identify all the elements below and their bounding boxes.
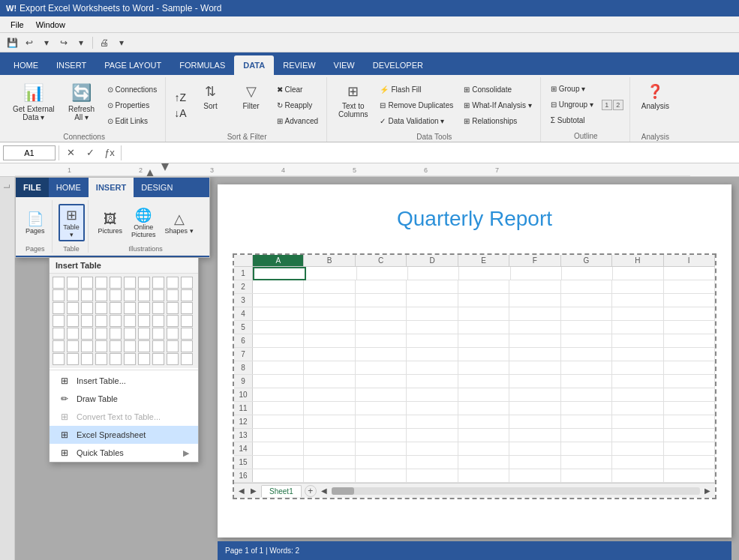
grid-cell-4-10[interactable] bbox=[181, 315, 193, 327]
col-header-d[interactable]: D bbox=[407, 255, 458, 266]
cell-b5[interactable] bbox=[304, 321, 355, 334]
cell-a3[interactable] bbox=[253, 294, 304, 307]
cell-a15[interactable] bbox=[253, 456, 304, 469]
col-header-g[interactable]: G bbox=[561, 255, 612, 266]
cell-g12[interactable] bbox=[561, 415, 612, 429]
grid-cell-6-7[interactable] bbox=[138, 340, 150, 352]
grid-cell-5-5[interactable] bbox=[110, 328, 122, 340]
cell-d6[interactable] bbox=[407, 334, 458, 348]
cell-c14[interactable] bbox=[356, 442, 407, 456]
grid-cell-7-3[interactable] bbox=[81, 353, 93, 365]
cell-a12[interactable] bbox=[253, 415, 304, 429]
cell-a8[interactable] bbox=[253, 361, 304, 375]
data-validation-button[interactable]: ✓ Data Validation ▾ bbox=[376, 113, 457, 128]
col-header-f[interactable]: F bbox=[509, 255, 560, 266]
outline-level-1[interactable]: 1 bbox=[602, 100, 612, 110]
cell-c3[interactable] bbox=[356, 294, 407, 307]
cell-c15[interactable] bbox=[356, 456, 407, 469]
grid-cell-4-7[interactable] bbox=[138, 315, 150, 327]
cell-b3[interactable] bbox=[304, 294, 355, 307]
cell-e7[interactable] bbox=[458, 348, 509, 361]
remove-duplicates-button[interactable]: ⊟ Remove Duplicates bbox=[376, 97, 457, 112]
cell-i13[interactable] bbox=[664, 429, 715, 442]
cell-f14[interactable] bbox=[509, 442, 560, 456]
cell-g9[interactable] bbox=[561, 375, 612, 388]
undo-dropdown-button[interactable]: ▾ bbox=[39, 35, 54, 50]
cell-e13[interactable] bbox=[458, 429, 509, 442]
cell-i7[interactable] bbox=[664, 348, 715, 361]
grid-cell-2-7[interactable] bbox=[138, 289, 150, 301]
cell-d7[interactable] bbox=[407, 348, 458, 361]
cell-a1[interactable] bbox=[253, 267, 306, 280]
tab-data[interactable]: DATA bbox=[234, 55, 274, 75]
cell-e11[interactable] bbox=[458, 402, 509, 415]
cell-f7[interactable] bbox=[509, 348, 560, 361]
quick-tables-item[interactable]: ⊞ Quick Tables ▶ bbox=[50, 444, 198, 462]
grid-cell-1-8[interactable] bbox=[152, 277, 164, 289]
grid-cell-2-3[interactable] bbox=[81, 289, 93, 301]
cell-a9[interactable] bbox=[253, 375, 304, 388]
sheet-nav-right[interactable]: ▶ bbox=[249, 487, 258, 495]
cell-g3[interactable] bbox=[561, 294, 612, 307]
cell-d14[interactable] bbox=[407, 442, 458, 456]
grid-cell-7-4[interactable] bbox=[95, 353, 107, 365]
col-header-h[interactable]: H bbox=[612, 255, 663, 266]
grid-cell-1-7[interactable] bbox=[138, 277, 150, 289]
cell-e8[interactable] bbox=[458, 361, 509, 375]
refresh-all-button[interactable]: 🔄 RefreshAll ▾ bbox=[63, 80, 101, 130]
grid-cell-4-1[interactable] bbox=[53, 315, 65, 327]
sort-button[interactable]: ⇅ Sort bbox=[192, 80, 230, 130]
grid-cell-1-5[interactable] bbox=[110, 277, 122, 289]
cell-f16[interactable] bbox=[509, 469, 560, 483]
grid-cell-2-8[interactable] bbox=[152, 289, 164, 301]
relationships-button[interactable]: ⊞ Relationships bbox=[460, 113, 535, 128]
cell-b8[interactable] bbox=[304, 361, 355, 375]
cell-e5[interactable] bbox=[458, 321, 509, 334]
cell-h8[interactable] bbox=[612, 361, 663, 375]
cell-b10[interactable] bbox=[304, 388, 355, 402]
cell-e1[interactable] bbox=[459, 267, 510, 280]
flash-fill-button[interactable]: ⚡ Flash Fill bbox=[376, 82, 457, 97]
cell-a7[interactable] bbox=[253, 348, 304, 361]
word-tab-insert[interactable]: INSERT bbox=[89, 178, 134, 197]
cell-f10[interactable] bbox=[509, 388, 560, 402]
cell-e12[interactable] bbox=[458, 415, 509, 429]
cell-h1[interactable] bbox=[613, 267, 664, 280]
text-to-columns-button[interactable]: ⊞ Text toColumns bbox=[333, 80, 373, 130]
grid-cell-1-4[interactable] bbox=[95, 277, 107, 289]
cell-h3[interactable] bbox=[612, 294, 663, 307]
cell-e9[interactable] bbox=[458, 375, 509, 388]
cell-h7[interactable] bbox=[612, 348, 663, 361]
grid-cell-6-10[interactable] bbox=[181, 340, 193, 352]
cell-c6[interactable] bbox=[356, 334, 407, 348]
outline-level-2[interactable]: 2 bbox=[613, 100, 623, 110]
cell-f9[interactable] bbox=[509, 375, 560, 388]
sheet-tab-sheet1[interactable]: Sheet1 bbox=[261, 485, 302, 497]
cell-d1[interactable] bbox=[408, 267, 459, 280]
online-pictures-button[interactable]: 🌐 OnlinePictures bbox=[128, 205, 160, 241]
cell-e4[interactable] bbox=[458, 307, 509, 321]
cell-f6[interactable] bbox=[509, 334, 560, 348]
cell-d4[interactable] bbox=[407, 307, 458, 321]
cell-f5[interactable] bbox=[509, 321, 560, 334]
cell-i10[interactable] bbox=[664, 388, 715, 402]
grid-cell-1-6[interactable] bbox=[124, 277, 136, 289]
advanced-button[interactable]: ⊞ Advanced bbox=[273, 113, 322, 128]
cell-e6[interactable] bbox=[458, 334, 509, 348]
filter-button[interactable]: ▽ Filter bbox=[233, 80, 270, 130]
cell-c5[interactable] bbox=[356, 321, 407, 334]
grid-cell-3-6[interactable] bbox=[124, 302, 136, 314]
grid-cell-3-5[interactable] bbox=[110, 302, 122, 314]
cell-i6[interactable] bbox=[664, 334, 715, 348]
cell-c8[interactable] bbox=[356, 361, 407, 375]
grid-cell-5-9[interactable] bbox=[167, 328, 179, 340]
h-scroll-thumb[interactable] bbox=[332, 487, 354, 495]
grid-cell-3-1[interactable] bbox=[53, 302, 65, 314]
cell-g14[interactable] bbox=[561, 442, 612, 456]
draw-table-item[interactable]: ✏ Draw Table bbox=[50, 390, 198, 408]
cell-b12[interactable] bbox=[304, 415, 355, 429]
cell-i15[interactable] bbox=[664, 456, 715, 469]
cell-d16[interactable] bbox=[407, 469, 458, 483]
cell-g16[interactable] bbox=[561, 469, 612, 483]
cell-e2[interactable] bbox=[458, 280, 509, 294]
